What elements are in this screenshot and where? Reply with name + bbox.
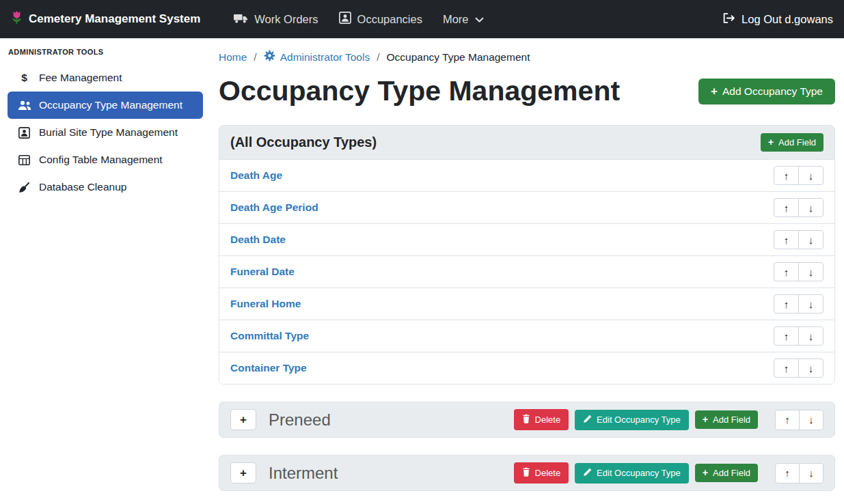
add-field-button[interactable]: + Add Field	[761, 133, 823, 152]
plus-icon: +	[703, 415, 708, 424]
move-down-button[interactable]: ↓	[798, 294, 823, 313]
arrow-down-icon: ↓	[808, 331, 814, 342]
field-link-committal-type[interactable]: Committal Type	[230, 330, 309, 342]
move-up-button[interactable]: ↑	[774, 359, 799, 378]
arrow-up-icon: ↑	[784, 298, 789, 310]
add-field-button[interactable]: + Add Field	[695, 464, 758, 482]
section-actions: Delete Edit Occupancy Type + Add Field	[514, 462, 823, 484]
sidebar-item-fee-management[interactable]: $ Fee Management	[8, 64, 203, 92]
move-down-button[interactable]: ↓	[799, 463, 823, 484]
breadcrumb-home-link[interactable]: Home	[219, 51, 247, 64]
move-down-button[interactable]: ↓	[798, 230, 823, 249]
gear-icon	[264, 50, 275, 64]
sidebar-item-label: Burial Site Type Management	[39, 126, 178, 139]
app-brand[interactable]: Cemetery Management System	[11, 9, 200, 30]
move-down-button[interactable]: ↓	[798, 359, 823, 378]
sidebar: ADMINISTRATOR TOOLS $ Fee Management Occ…	[0, 38, 210, 504]
logout-icon	[722, 12, 735, 27]
section-title: Interment	[269, 464, 338, 483]
main-content: Home / Administr	[210, 38, 844, 504]
move-down-button[interactable]: ↓	[798, 326, 823, 346]
field-link-death-date[interactable]: Death Date	[230, 234, 286, 246]
button-label: Edit Occupancy Type	[597, 468, 681, 478]
chevron-down-icon	[475, 13, 484, 26]
delete-button[interactable]: Delete	[514, 462, 569, 484]
sidebar-item-label: Occupancy Type Management	[39, 99, 182, 111]
reorder-button-group: ↑ ↓	[774, 359, 823, 378]
sidebar-item-burial-site-type-management[interactable]: Burial Site Type Management	[8, 119, 203, 146]
edit-occupancy-type-button[interactable]: Edit Occupancy Type	[575, 410, 689, 430]
field-row: Funeral Home ↑ ↓	[219, 288, 834, 320]
arrow-down-icon: ↓	[808, 414, 814, 425]
breadcrumb-admin-tools-link[interactable]: Administrator Tools	[264, 50, 370, 64]
section-actions: Delete Edit Occupancy Type + Add Field	[514, 409, 823, 430]
arrow-up-icon: ↑	[784, 170, 789, 182]
move-up-button[interactable]: ↑	[774, 166, 799, 185]
nav-occupancies[interactable]: Occupancies	[329, 6, 433, 32]
nav-more[interactable]: More	[433, 8, 494, 31]
move-down-button[interactable]: ↓	[798, 198, 823, 217]
reorder-button-group: ↑ ↓	[775, 410, 823, 430]
breadcrumb-current: Occupancy Type Management	[387, 51, 530, 64]
arrow-up-icon: ↑	[784, 331, 789, 342]
reorder-button-group: ↑ ↓	[775, 463, 823, 484]
field-row: Death Age Period ↑ ↓	[219, 192, 834, 224]
move-down-button[interactable]: ↓	[798, 166, 823, 185]
person-frame-icon	[17, 127, 31, 139]
sidebar-item-config-table-management[interactable]: Config Table Management	[8, 146, 203, 173]
section-header: + Interment Delete	[219, 456, 834, 490]
add-field-button[interactable]: + Add Field	[695, 410, 758, 429]
move-up-button[interactable]: ↑	[774, 230, 799, 249]
field-row: Container Type ↑ ↓	[219, 352, 834, 384]
pencil-icon	[583, 415, 592, 425]
nav-label: Work Orders	[254, 13, 318, 26]
arrow-down-icon: ↓	[808, 363, 814, 374]
plus-icon: +	[711, 85, 718, 97]
sidebar-item-occupancy-type-management[interactable]: Occupancy Type Management	[8, 92, 203, 119]
move-up-button[interactable]: ↑	[774, 294, 799, 313]
edit-occupancy-type-button[interactable]: Edit Occupancy Type	[575, 463, 689, 484]
expand-button[interactable]: +	[230, 462, 256, 484]
nav-work-orders[interactable]: Work Orders	[223, 7, 328, 32]
add-occupancy-type-button[interactable]: + Add Occupancy Type	[698, 79, 835, 104]
sidebar-item-database-cleanup[interactable]: Database Cleanup	[8, 173, 203, 201]
breadcrumb-label: Administrator Tools	[280, 51, 370, 64]
top-navbar: Cemetery Management System Work Orders	[0, 0, 844, 38]
move-up-button[interactable]: ↑	[775, 463, 800, 484]
move-up-button[interactable]: ↑	[774, 198, 799, 217]
move-down-button[interactable]: ↓	[798, 262, 823, 281]
move-up-button[interactable]: ↑	[774, 262, 799, 281]
delete-button[interactable]: Delete	[514, 409, 569, 430]
logout-link[interactable]: Log Out d.gowans	[722, 12, 833, 27]
move-up-button[interactable]: ↑	[775, 410, 800, 430]
section-header: + Preneed Delete	[219, 402, 834, 437]
sidebar-item-label: Fee Management	[39, 72, 122, 84]
plus-icon: +	[240, 466, 247, 480]
field-link-death-age-period[interactable]: Death Age Period	[230, 201, 318, 214]
move-up-button[interactable]: ↑	[774, 326, 799, 346]
button-label: Add Occupancy Type	[722, 85, 823, 98]
arrow-down-icon: ↓	[808, 202, 814, 214]
field-link-funeral-home[interactable]: Funeral Home	[230, 298, 301, 310]
arrow-down-icon: ↓	[808, 266, 814, 278]
field-link-death-age[interactable]: Death Age	[230, 169, 282, 182]
truck-icon	[234, 12, 248, 27]
button-label: Add Field	[713, 415, 750, 425]
reorder-button-group: ↑ ↓	[774, 262, 823, 281]
trash-icon	[522, 467, 530, 479]
move-down-button[interactable]: ↓	[799, 410, 823, 430]
arrow-down-icon: ↓	[808, 467, 814, 479]
main-nav: Work Orders Occupancies More	[223, 6, 493, 32]
field-row: Death Age ↑ ↓	[219, 160, 834, 192]
reorder-button-group: ↑ ↓	[774, 198, 823, 217]
occupancy-type-section-preneed: + Preneed Delete	[219, 402, 835, 438]
reorder-button-group: ↑ ↓	[774, 326, 823, 346]
arrow-up-icon: ↑	[784, 266, 789, 278]
field-link-container-type[interactable]: Container Type	[230, 362, 307, 374]
field-link-funeral-date[interactable]: Funeral Date	[230, 266, 295, 278]
arrow-down-icon: ↓	[808, 170, 814, 182]
occupancy-type-section-interment: + Interment Delete	[219, 455, 835, 491]
reorder-button-group: ↑ ↓	[774, 166, 823, 185]
expand-button[interactable]: +	[230, 409, 256, 430]
sidebar-item-label: Database Cleanup	[39, 181, 126, 193]
